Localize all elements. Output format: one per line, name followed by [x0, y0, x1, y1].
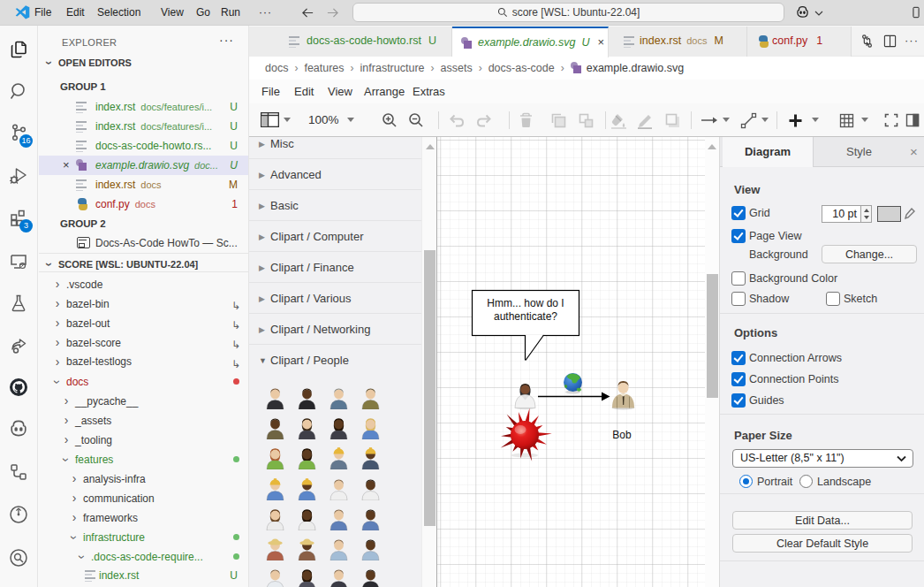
svg-text:Bob: Bob [612, 429, 632, 441]
svg-text:Hmm... how do I: Hmm... how do I [487, 297, 564, 309]
svg-text:authenticate?: authenticate? [494, 310, 557, 323]
